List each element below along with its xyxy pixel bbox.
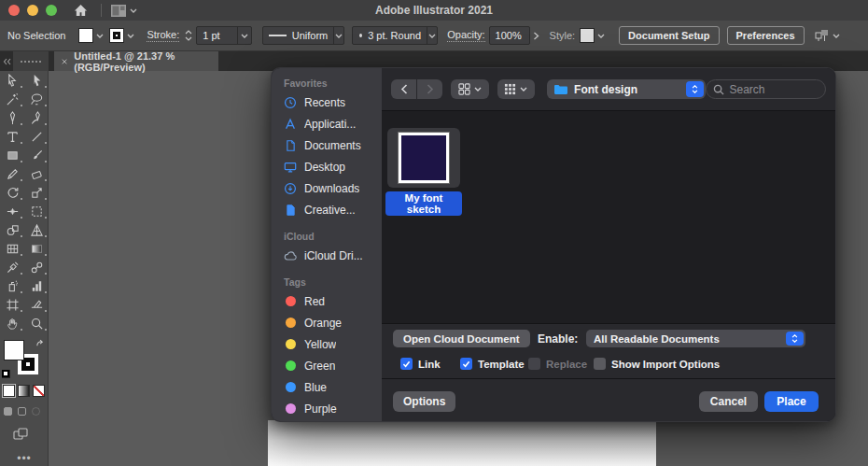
sidebar-item-creative-cloud[interactable]: Creative... bbox=[272, 199, 382, 220]
fill-color-control[interactable] bbox=[78, 28, 104, 43]
hand-tool[interactable] bbox=[0, 314, 24, 332]
color-button[interactable] bbox=[3, 385, 15, 397]
enable-stepper[interactable] bbox=[786, 332, 804, 346]
minimize-window-button[interactable] bbox=[27, 5, 38, 16]
file-item[interactable]: My font sketch bbox=[385, 128, 462, 217]
screen-mode-icon[interactable] bbox=[13, 428, 28, 440]
perspective-grid-tool[interactable] bbox=[24, 220, 49, 239]
style-swatch[interactable] bbox=[580, 28, 595, 43]
chevron-down-icon[interactable] bbox=[427, 27, 437, 44]
edit-toolbar-icon[interactable]: ••• bbox=[0, 452, 49, 465]
draw-normal-mode[interactable] bbox=[4, 407, 12, 416]
column-graph-tool[interactable] bbox=[24, 276, 49, 295]
step-up-icon[interactable] bbox=[185, 30, 192, 35]
opacity-field[interactable]: 100% bbox=[489, 26, 530, 45]
document-setup-button[interactable]: Document Setup bbox=[619, 26, 719, 45]
brush-dropdown[interactable]: 3 pt. Round bbox=[352, 26, 438, 45]
sidebar-item-tag-yellow[interactable]: Yellow bbox=[272, 333, 382, 355]
chevron-down-icon[interactable] bbox=[597, 34, 605, 38]
preferences-button[interactable]: Preferences bbox=[727, 26, 805, 45]
enable-dropdown[interactable]: All Readable Documents bbox=[586, 330, 805, 347]
default-fill-stroke-icon[interactable] bbox=[2, 370, 10, 378]
options-button[interactable]: Options bbox=[393, 391, 455, 412]
view-options-button[interactable] bbox=[451, 79, 489, 99]
eraser-tool[interactable] bbox=[24, 164, 49, 183]
artboard-tool[interactable] bbox=[0, 295, 24, 314]
shape-builder-tool[interactable] bbox=[0, 220, 24, 239]
show-import-options-checkbox[interactable]: Show Import Options bbox=[594, 358, 720, 370]
chevron-down-icon[interactable] bbox=[333, 27, 343, 44]
stroke-weight-dropdown[interactable]: 1 pt bbox=[196, 26, 252, 45]
free-transform-tool[interactable] bbox=[24, 202, 49, 220]
opacity-label[interactable]: Opacity: bbox=[447, 29, 484, 42]
template-checkbox[interactable]: Template bbox=[460, 358, 525, 370]
file-name[interactable]: My font sketch bbox=[385, 191, 462, 216]
align-options[interactable] bbox=[815, 29, 840, 42]
sidebar-item-icloud-drive[interactable]: iCloud Dri... bbox=[272, 245, 382, 266]
forward-button[interactable] bbox=[417, 79, 442, 99]
stroke-color-control[interactable] bbox=[109, 28, 134, 43]
eyedropper-tool[interactable] bbox=[0, 258, 24, 276]
group-sort-button[interactable] bbox=[497, 79, 536, 99]
back-button[interactable] bbox=[391, 79, 416, 99]
sidebar-item-tag-purple[interactable]: Purple bbox=[272, 398, 382, 419]
sidebar-item-tag-blue[interactable]: Blue bbox=[272, 376, 382, 398]
workspace-switcher[interactable] bbox=[111, 5, 137, 17]
zoom-window-button[interactable] bbox=[46, 5, 57, 16]
file-thumbnail[interactable] bbox=[399, 133, 449, 183]
location-stepper[interactable] bbox=[686, 81, 704, 97]
pen-tool[interactable] bbox=[0, 108, 24, 127]
sidebar-item-tag-green[interactable]: Green bbox=[272, 355, 382, 376]
selection-tool[interactable] bbox=[0, 71, 24, 90]
blend-tool[interactable] bbox=[24, 258, 49, 276]
stroke-swatch[interactable] bbox=[109, 28, 124, 43]
document-tab[interactable]: Untitled-1 @ 21.37 % (RGB/Preview) bbox=[54, 51, 218, 71]
scale-tool[interactable] bbox=[24, 183, 49, 202]
cancel-button[interactable]: Cancel bbox=[699, 391, 758, 412]
line-segment-tool[interactable] bbox=[24, 127, 49, 146]
fill-indicator[interactable] bbox=[4, 340, 24, 360]
file-browser[interactable]: My font sketch bbox=[382, 111, 835, 323]
toolbar-grip[interactable] bbox=[13, 51, 49, 71]
curvature-tool[interactable] bbox=[24, 108, 49, 127]
zoom-tool[interactable] bbox=[24, 314, 49, 332]
type-tool[interactable] bbox=[0, 127, 24, 146]
sidebar-item-tag-red[interactable]: Red bbox=[272, 290, 382, 312]
sidebar-item-recents[interactable]: Recents bbox=[272, 92, 382, 113]
checkbox-checked[interactable] bbox=[400, 358, 413, 370]
sidebar-item-downloads[interactable]: Downloads bbox=[272, 177, 382, 199]
slice-tool[interactable] bbox=[24, 295, 49, 314]
sidebar-item-applications[interactable]: Applicati... bbox=[272, 113, 382, 134]
width-profile-dropdown[interactable]: Uniform bbox=[262, 26, 344, 45]
stroke-weight-stepper[interactable] bbox=[185, 30, 192, 41]
location-dropdown[interactable]: Font design bbox=[547, 79, 706, 99]
collapse-panel-icon[interactable] bbox=[0, 51, 13, 71]
magic-wand-tool[interactable] bbox=[0, 90, 24, 108]
opacity-expand-icon[interactable] bbox=[533, 32, 539, 40]
chevron-down-icon[interactable] bbox=[237, 27, 251, 44]
width-tool[interactable] bbox=[0, 202, 24, 220]
step-down-icon[interactable] bbox=[185, 36, 192, 41]
style-dropdown[interactable] bbox=[580, 28, 605, 43]
open-cloud-document-button[interactable]: Open Cloud Document bbox=[393, 330, 530, 347]
place-button[interactable]: Place bbox=[764, 391, 819, 412]
direct-selection-tool[interactable] bbox=[24, 71, 49, 90]
chevron-down-icon[interactable] bbox=[127, 34, 134, 38]
close-window-button[interactable] bbox=[8, 5, 20, 16]
link-checkbox[interactable]: Link bbox=[400, 358, 441, 370]
none-button[interactable] bbox=[33, 385, 45, 397]
rotate-tool[interactable] bbox=[0, 183, 24, 202]
checkbox-unchecked[interactable] bbox=[594, 358, 606, 370]
sidebar-item-desktop[interactable]: Desktop bbox=[272, 156, 382, 177]
checkbox-checked[interactable] bbox=[460, 358, 472, 370]
gradient-button[interactable] bbox=[18, 385, 30, 397]
stroke-label[interactable]: Stroke: bbox=[147, 29, 179, 42]
shaper-tool[interactable] bbox=[0, 164, 24, 183]
draw-behind-mode[interactable] bbox=[18, 407, 26, 416]
chevron-down-icon[interactable] bbox=[96, 34, 104, 38]
file-thumbnail-selection[interactable] bbox=[387, 128, 460, 188]
paintbrush-tool[interactable] bbox=[24, 146, 49, 164]
fill-swatch[interactable] bbox=[78, 28, 93, 43]
close-tab-icon[interactable] bbox=[62, 58, 67, 65]
sidebar-item-tag-orange[interactable]: Orange bbox=[272, 312, 382, 333]
